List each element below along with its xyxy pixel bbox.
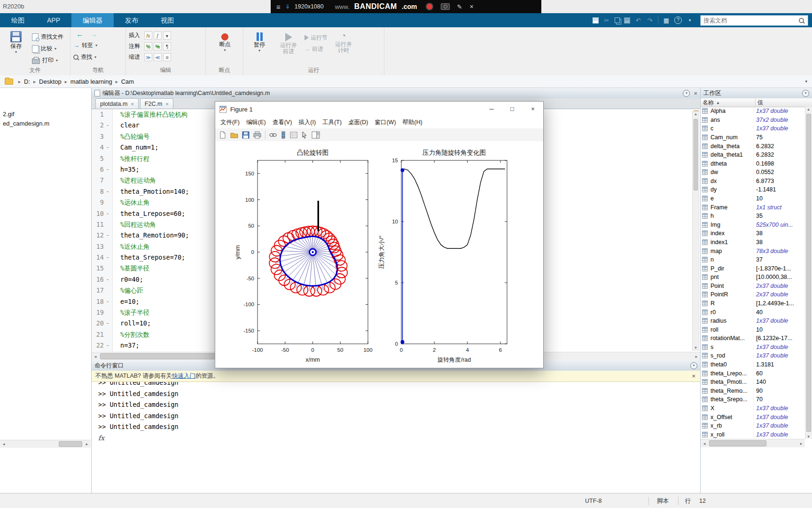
- new-figure-icon[interactable]: [219, 131, 226, 139]
- workspace-row[interactable]: Point2x37 double: [701, 282, 805, 291]
- tab-close-icon[interactable]: ×: [131, 101, 133, 107]
- workspace-row[interactable]: n37: [701, 255, 805, 264]
- workspace-row[interactable]: theta_Lrepo...60: [701, 369, 805, 378]
- goto-button[interactable]: → 转至 ▾: [73, 40, 124, 50]
- bandicam-pin-icon[interactable]: ⇓: [285, 3, 290, 10]
- workspace-row[interactable]: PointR2x37 double: [701, 290, 805, 299]
- breadcrumb-item[interactable]: Cam: [120, 77, 135, 86]
- insert-function-icon[interactable]: ƒ: [154, 32, 162, 40]
- workspace-row[interactable]: theta_Pmoti...140: [701, 378, 805, 387]
- search-icon[interactable]: [799, 18, 804, 23]
- figure-menu-item[interactable]: 桌面(D): [345, 119, 371, 127]
- minimize-button[interactable]: ─: [481, 102, 502, 116]
- doc-search-input[interactable]: [701, 17, 799, 24]
- pencil-icon[interactable]: ✎: [457, 3, 462, 10]
- run-and-time-button[interactable]: ◔ 运行并 计时: [330, 29, 357, 68]
- workspace-row[interactable]: r040: [701, 308, 805, 317]
- comment-icon[interactable]: %: [144, 42, 152, 50]
- back-icon[interactable]: ←: [76, 30, 84, 39]
- workspace-row[interactable]: dy-1.1481: [701, 185, 805, 194]
- workspace-hscrollbar[interactable]: ◂ ▸: [701, 439, 805, 447]
- workspace-row[interactable]: pnt[10.0000,38...: [701, 273, 805, 282]
- editor-tab[interactable]: F2C.m×: [140, 98, 173, 109]
- figure-menu-item[interactable]: 编辑(E): [243, 119, 269, 127]
- editor-tab[interactable]: plotdata.m×: [95, 98, 139, 109]
- workspace-row[interactable]: index138: [701, 238, 805, 247]
- workspace-row[interactable]: dx6.8773: [701, 177, 805, 186]
- editor-vscrollbar[interactable]: ▴ ▾: [692, 111, 699, 350]
- toolstrip-tab[interactable]: 发布: [114, 13, 149, 27]
- workspace-row[interactable]: index38: [701, 229, 805, 238]
- cut-icon[interactable]: ✂: [603, 17, 610, 24]
- insert-fx-icon[interactable]: fx: [144, 32, 152, 40]
- close-button[interactable]: ×: [523, 102, 543, 116]
- column-header-value[interactable]: 值: [756, 98, 812, 107]
- workspace-row[interactable]: map78x3 double: [701, 246, 805, 255]
- redo-icon[interactable]: ↷: [646, 17, 654, 24]
- undo-icon[interactable]: ↶: [634, 17, 642, 24]
- copy-icon[interactable]: [615, 17, 620, 23]
- help-icon[interactable]: ?: [674, 16, 682, 24]
- scroll-down-icon[interactable]: ▾: [693, 345, 699, 350]
- editor-panel-menu-icon[interactable]: ▾: [683, 90, 690, 97]
- workspace-row[interactable]: s_rod1x37 double: [701, 351, 805, 360]
- command-window-content[interactable]: >> Untitled_camdesign>> Untitled_camdesi…: [92, 382, 700, 493]
- scroll-left-icon[interactable]: ◂: [0, 442, 8, 446]
- breadcrumb-item[interactable]: matlab learning: [70, 77, 113, 86]
- scroll-up-icon[interactable]: ▴: [805, 107, 812, 111]
- column-header-name[interactable]: 名称▲: [701, 98, 756, 107]
- scrollbar-thumb[interactable]: [709, 440, 766, 446]
- figure-title-bar[interactable]: Figure 1 ─ □ ×: [215, 102, 543, 117]
- print-figure-icon[interactable]: [253, 131, 261, 139]
- toolstrip-tab[interactable]: 视图: [149, 13, 185, 27]
- workspace-row[interactable]: s1x37 double: [701, 343, 805, 352]
- run-and-advance-button[interactable]: 运行并 前进: [275, 29, 302, 68]
- workspace-row[interactable]: x_rb1x37 double: [701, 421, 805, 430]
- plot-browser-icon[interactable]: [312, 131, 320, 139]
- advance-button[interactable]: → 前进: [304, 43, 328, 55]
- breakpoints-button[interactable]: 断点 ▾: [212, 29, 238, 68]
- link-plot-icon[interactable]: [269, 131, 277, 139]
- paste-icon[interactable]: [624, 17, 630, 24]
- workspace-row[interactable]: Img525x700 uin...: [701, 221, 805, 230]
- tab-close-icon[interactable]: ×: [165, 101, 168, 107]
- smart-indent-icon[interactable]: ≡: [163, 53, 171, 61]
- qat-caret-down-icon[interactable]: ▾: [686, 18, 694, 23]
- uncomment-icon[interactable]: %: [154, 42, 162, 50]
- toolstrip-tab[interactable]: APP: [36, 13, 71, 27]
- switch-window-icon[interactable]: ▦: [663, 17, 670, 24]
- scrollbar-thumb[interactable]: [806, 114, 811, 432]
- camera-icon[interactable]: [441, 3, 450, 10]
- workspace-row[interactable]: h35: [701, 212, 805, 221]
- quick-start-link[interactable]: 快速入门: [172, 372, 195, 380]
- workspace-row[interactable]: theta_Srepo...70: [701, 395, 805, 404]
- save-icon[interactable]: [593, 17, 599, 24]
- scroll-right-icon[interactable]: ▸: [693, 354, 700, 359]
- save-figure-icon[interactable]: [242, 131, 250, 139]
- find-files-button[interactable]: 查找文件: [32, 32, 63, 42]
- insert-colorbar-icon[interactable]: [281, 131, 286, 139]
- doc-search-box[interactable]: [700, 15, 808, 26]
- wrap-comment-icon[interactable]: ¶: [163, 42, 171, 50]
- scroll-left-icon[interactable]: ◂: [92, 354, 99, 359]
- workspace-row[interactable]: x_Offset1x37 double: [701, 413, 805, 421]
- workspace-row[interactable]: delta_theta6.2832: [701, 142, 805, 151]
- bandicam-menu-icon[interactable]: ≡: [276, 3, 281, 11]
- workspace-row[interactable]: P_dir[-1.8370e-1...: [701, 264, 805, 273]
- workspace-row[interactable]: e10: [701, 194, 805, 203]
- workspace-row[interactable]: theta01.3181: [701, 360, 805, 369]
- run-section-button[interactable]: 运行节: [304, 32, 328, 43]
- record-icon[interactable]: [427, 4, 432, 9]
- workspace-row[interactable]: X1x37 double: [701, 404, 805, 413]
- scrollbar-track[interactable]: [708, 439, 797, 447]
- scroll-right-icon[interactable]: ▸: [797, 441, 805, 446]
- scroll-up-icon[interactable]: ▴: [693, 111, 699, 116]
- current-folder-hscrollbar[interactable]: ◂ ▸: [0, 440, 91, 448]
- figure-menu-item[interactable]: 帮助(H): [399, 119, 426, 127]
- workspace-row[interactable]: Cam_num75: [701, 133, 805, 142]
- toolstrip-tab[interactable]: 绘图: [0, 13, 36, 27]
- insert-caret-icon[interactable]: ▾: [163, 32, 171, 40]
- workspace-row[interactable]: x_roll1x37 double: [701, 430, 805, 439]
- workspace-row[interactable]: delta_theta16.2832: [701, 151, 805, 159]
- workspace-row[interactable]: dtheta0.1698: [701, 159, 805, 168]
